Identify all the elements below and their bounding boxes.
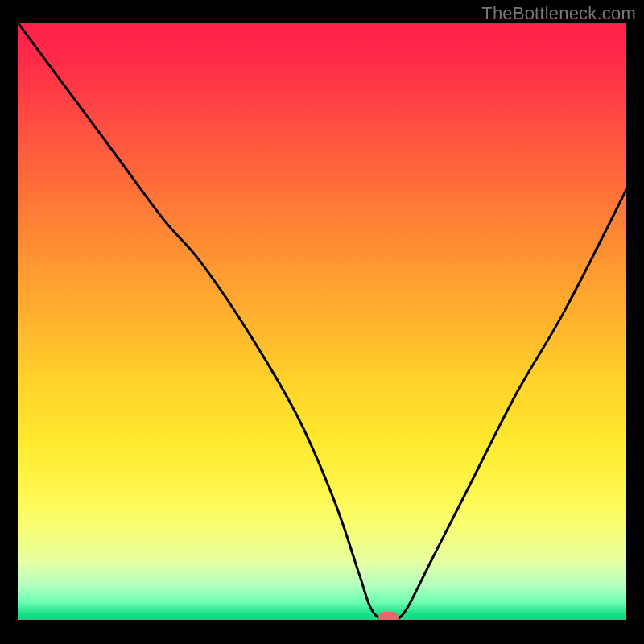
plot-area	[18, 23, 626, 620]
chart-frame: TheBottleneck.com	[0, 0, 644, 644]
bottleneck-curve	[18, 23, 626, 620]
watermark-text: TheBottleneck.com	[481, 3, 636, 24]
optimal-point-marker	[378, 612, 399, 620]
bottleneck-curve-path	[18, 23, 626, 620]
